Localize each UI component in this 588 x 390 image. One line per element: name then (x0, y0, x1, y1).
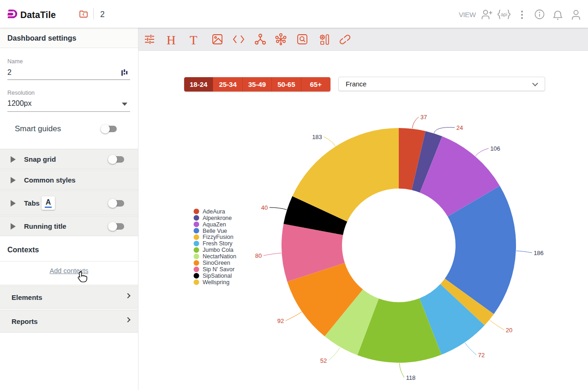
svg-text:40: 40 (261, 204, 268, 211)
svg-text:SipSational: SipSational (203, 273, 232, 279)
svg-text:106: 106 (490, 145, 500, 152)
svg-text:Belle Vue: Belle Vue (203, 228, 227, 234)
svg-text:183: 183 (312, 134, 322, 140)
svg-text:92: 92 (277, 317, 284, 324)
svg-text:37: 37 (420, 114, 427, 121)
svg-text:api: api (501, 12, 507, 17)
svg-text:NectarNation: NectarNation (203, 253, 236, 260)
svg-text:72: 72 (478, 352, 485, 359)
svg-text:118: 118 (406, 374, 416, 381)
svg-text:FizzyFusion: FizzyFusion (203, 234, 234, 240)
svg-text:80: 80 (255, 252, 262, 259)
svg-text:Jumbo Cola: Jumbo Cola (203, 247, 234, 253)
svg-text:AquaZen: AquaZen (203, 221, 226, 228)
svg-text:Fresh Story: Fresh Story (203, 240, 233, 247)
svg-text:52: 52 (320, 357, 327, 364)
svg-text:Alpenkrone: Alpenkrone (203, 215, 232, 221)
svg-text:AdeAura: AdeAura (203, 208, 225, 215)
svg-text:186: 186 (534, 250, 544, 256)
svg-text:Sip N' Savor: Sip N' Savor (203, 266, 234, 273)
svg-text:24: 24 (456, 124, 463, 131)
svg-text:SinoGreen: SinoGreen (203, 260, 230, 266)
svg-text:Wellspring: Wellspring (203, 279, 229, 286)
svg-text:20: 20 (506, 327, 512, 334)
